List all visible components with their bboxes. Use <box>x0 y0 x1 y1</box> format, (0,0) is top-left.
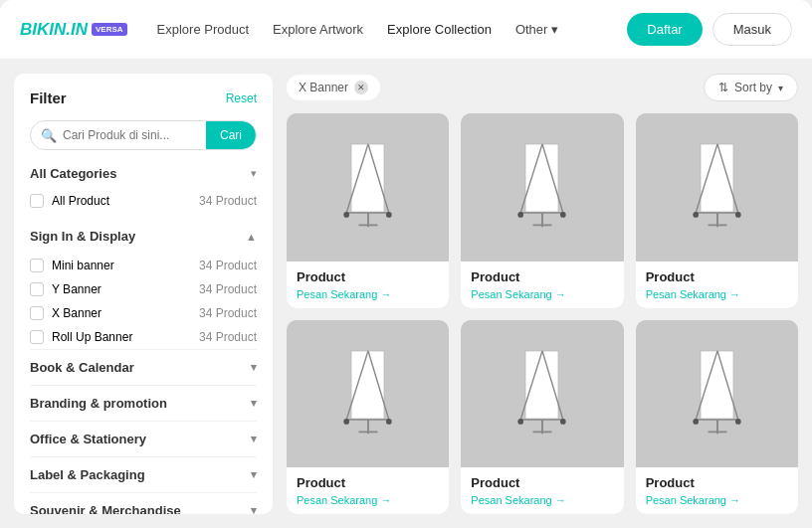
checkbox-x-banner[interactable] <box>30 306 44 320</box>
section-label: Book & Calendar <box>30 360 134 375</box>
sidebar-header: Filter Reset <box>30 89 257 106</box>
checkbox-all-product[interactable] <box>30 194 44 208</box>
search-inner: 🔍 <box>31 128 206 143</box>
product-image <box>461 113 623 262</box>
daftar-button[interactable]: Daftar <box>627 13 702 46</box>
logo-sub: VERSA <box>92 23 127 36</box>
nav-other-dropdown[interactable]: Other ▾ <box>515 22 559 37</box>
list-item: Y Banner 34 Product <box>30 277 257 301</box>
souvenir-header[interactable]: Souvenir & Merchandise ▾ <box>30 493 257 514</box>
checkbox-rollup-banner[interactable] <box>30 330 44 344</box>
chevron-icon: ▾ <box>251 397 257 410</box>
sidebar: Filter Reset 🔍 Cari All Categories ▾ <box>14 74 273 514</box>
product-info: Product Pesan Sekarang → <box>461 262 623 308</box>
category-count: 34 Product <box>199 194 257 208</box>
sign-display-label: Sign In & Display <box>30 229 135 244</box>
item-label: Roll Up Banner <box>52 330 132 344</box>
chevron-icon: ▾ <box>251 504 257 514</box>
chevron-icon: ▾ <box>251 433 257 445</box>
xbanner-illustration <box>514 349 569 439</box>
sign-display-chevron: ▲ <box>246 231 257 243</box>
section-label: Label & Packaging <box>30 467 145 482</box>
svg-point-21 <box>735 212 741 218</box>
filter-close-button[interactable]: ✕ <box>354 81 368 94</box>
nav-explore-collection[interactable]: Explore Collection <box>387 22 492 37</box>
svg-point-20 <box>693 212 699 218</box>
app-wrapper: BIKIN.IN VERSA Explore Product Explore A… <box>0 0 812 528</box>
reset-link[interactable]: Reset <box>226 91 257 105</box>
product-card: Product Pesan Sekarang → <box>636 113 798 308</box>
item-count: 34 Product <box>199 306 257 320</box>
all-categories-label: All Categories <box>30 166 116 181</box>
book-calendar-header[interactable]: Book & Calendar ▾ <box>30 350 257 385</box>
xbanner-illustration <box>690 142 744 232</box>
label-header[interactable]: Label & Packaging ▾ <box>30 457 257 492</box>
item-label: X Banner <box>52 306 102 320</box>
svg-rect-40 <box>701 351 733 419</box>
category-label: All Product <box>52 194 109 208</box>
sort-dropdown[interactable]: ⇅ Sort by ▾ <box>704 74 798 101</box>
item-label: Mini banner <box>52 259 114 272</box>
product-name: Product <box>646 269 788 284</box>
xbanner-illustration <box>514 142 569 232</box>
logo-text: BIKIN.IN <box>20 20 88 40</box>
search-bar: 🔍 Cari <box>30 120 257 150</box>
product-cta[interactable]: Pesan Sekarang → <box>646 494 788 506</box>
svg-rect-8 <box>525 144 558 212</box>
all-categories-header[interactable]: All Categories ▾ <box>30 166 257 181</box>
product-card: Product Pesan Sekarang → <box>461 320 623 515</box>
chevron-icon: ▾ <box>251 468 257 481</box>
svg-point-37 <box>560 419 566 425</box>
svg-rect-32 <box>525 351 558 419</box>
main-area: X Banner ✕ ⇅ Sort by ▾ <box>287 74 798 514</box>
nav-explore-product[interactable]: Explore Product <box>157 22 250 37</box>
product-name: Product <box>646 475 788 490</box>
product-info: Product Pesan Sekarang → <box>636 467 798 514</box>
branding-section: Branding & promotion ▾ <box>30 385 257 421</box>
product-card: Product Pesan Sekarang → <box>287 320 449 515</box>
chevron-down-icon: ▾ <box>551 22 558 37</box>
chevron-icon: ▾ <box>251 361 257 374</box>
active-filter-tag: X Banner ✕ <box>287 75 380 100</box>
sign-display-section: Sign In & Display ▲ Mini banner 34 Produ… <box>30 223 257 349</box>
office-header[interactable]: Office & Stationery ▾ <box>30 422 257 456</box>
logo: BIKIN.IN VERSA <box>20 20 127 40</box>
sort-label: Sort by <box>734 81 772 94</box>
svg-point-45 <box>735 419 741 425</box>
product-name: Product <box>471 269 613 284</box>
list-item: Mini banner 34 Product <box>30 254 257 277</box>
sign-display-header[interactable]: Sign In & Display ▲ <box>30 223 257 250</box>
all-categories-chevron: ▾ <box>251 167 257 180</box>
checkbox-mini-banner[interactable] <box>30 259 44 272</box>
checkbox-y-banner[interactable] <box>30 282 44 296</box>
nav-explore-artwork[interactable]: Explore Artwork <box>273 22 363 37</box>
product-cta[interactable]: Pesan Sekarang → <box>471 494 613 506</box>
svg-rect-16 <box>701 144 733 212</box>
product-cta[interactable]: Pesan Sekarang → <box>297 288 439 300</box>
product-image <box>461 320 623 468</box>
product-name: Product <box>297 269 439 284</box>
masuk-button[interactable]: Masuk <box>712 13 792 46</box>
section-label: Souvenir & Merchandise <box>30 503 181 514</box>
search-button[interactable]: Cari <box>206 121 256 149</box>
product-info: Product Pesan Sekarang → <box>287 262 449 308</box>
xbanner-illustration <box>690 349 744 439</box>
product-info: Product Pesan Sekarang → <box>636 262 798 308</box>
header-buttons: Daftar Masuk <box>627 13 792 46</box>
product-cta[interactable]: Pesan Sekarang → <box>471 288 613 300</box>
product-cta[interactable]: Pesan Sekarang → <box>297 494 439 506</box>
active-filter-label: X Banner <box>299 81 348 94</box>
product-cta[interactable]: Pesan Sekarang → <box>646 288 788 300</box>
product-image <box>636 113 798 262</box>
svg-point-44 <box>693 419 699 425</box>
product-name: Product <box>471 475 613 490</box>
list-item: Roll Up Banner 34 Product <box>30 325 257 349</box>
branding-header[interactable]: Branding & promotion ▾ <box>30 386 257 421</box>
office-section: Office & Stationery ▾ <box>30 421 257 456</box>
product-image <box>636 320 798 468</box>
search-input[interactable] <box>63 128 196 142</box>
book-calendar-section: Book & Calendar ▾ <box>30 349 257 385</box>
item-label: Y Banner <box>52 282 102 296</box>
souvenir-section: Souvenir & Merchandise ▾ <box>30 492 257 514</box>
sign-display-items: Mini banner 34 Product Y Banner 34 Produ… <box>30 250 257 349</box>
